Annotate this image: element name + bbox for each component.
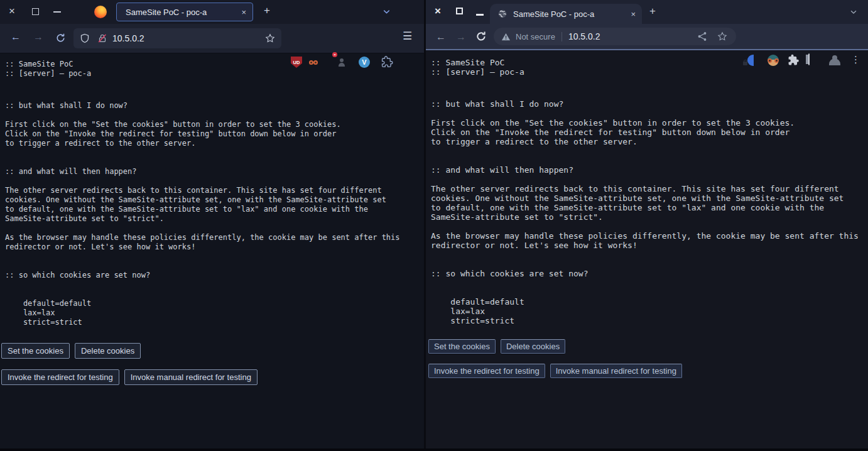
invoke-manual-redirect-button[interactable]: Invoke manual redirect for testing — [550, 364, 682, 378]
minimize-window-icon[interactable] — [53, 11, 61, 13]
cookie-list: default=default lax=lax strict=strict — [431, 297, 863, 325]
bookmark-star-icon[interactable] — [265, 33, 275, 43]
set-cookies-button[interactable]: Set the cookies — [428, 339, 496, 354]
chrome-titlebar: × SameSite PoC - poc-a × + — [426, 0, 868, 24]
tracking-protection-shield-icon[interactable] — [80, 33, 90, 43]
not-secure-warning-icon[interactable] — [501, 32, 511, 41]
share-icon[interactable] — [697, 31, 707, 41]
tab-close-icon[interactable]: × — [241, 8, 246, 17]
maximize-window-icon[interactable] — [456, 8, 463, 14]
page-content: :: SameSite PoC :: [server] – poc-a :: b… — [426, 50, 868, 448]
paragraph: The other server redirects back to this … — [5, 186, 419, 224]
page-content: :: SameSite PoC :: [server] – poc-a :: b… — [0, 54, 424, 448]
firefox-window: × SameSite PoC - poc-a × + ← → 10.5.0.2 — [0, 0, 426, 448]
tab-samesite-poc[interactable]: SameSite PoC - poc-a × — [116, 3, 253, 21]
tab-close-icon[interactable]: × — [631, 9, 636, 19]
address-bar[interactable]: 10.5.0.2 — [73, 28, 281, 48]
firefox-logo-icon — [94, 6, 107, 18]
paragraph: First click on the "Set the cookies" but… — [431, 118, 863, 146]
paragraph: As the browser may handle these policies… — [431, 231, 863, 250]
paragraph: First click on the "Set the cookies" but… — [5, 120, 419, 148]
cookie-list: default=default lax=lax strict=strict — [5, 299, 419, 327]
delete-cookies-button[interactable]: Delete cookies — [501, 339, 565, 354]
set-cookies-button[interactable]: Set the cookies — [1, 343, 70, 359]
divider — [561, 32, 562, 41]
url-text: 10.5.0.2 — [112, 33, 144, 43]
invoke-redirect-button[interactable]: Invoke the redirect for testing — [428, 364, 545, 378]
section-heading: :: so which cookies are set now? — [5, 271, 419, 280]
back-icon[interactable]: ← — [436, 31, 446, 43]
firefox-titlebar: × SameSite PoC - poc-a × + — [0, 0, 424, 24]
section-heading: :: so which cookies are set now? — [431, 269, 863, 278]
reload-icon[interactable] — [475, 31, 487, 42]
address-bar[interactable]: Not secure 10.5.0.2 — [494, 28, 736, 45]
minimize-window-icon[interactable] — [476, 14, 484, 16]
url-text: 10.5.0.2 — [568, 31, 600, 41]
bookmark-star-icon[interactable] — [717, 31, 727, 41]
page-header-text: :: SameSite PoC :: [server] – poc-a — [431, 58, 863, 77]
section-heading: :: but what shall I do now? — [5, 101, 419, 111]
forward-icon[interactable]: → — [456, 31, 466, 43]
close-window-icon[interactable]: × — [9, 5, 15, 18]
invoke-redirect-button[interactable]: Invoke the redirect for testing — [1, 369, 119, 385]
new-tab-button[interactable]: + — [264, 4, 270, 17]
tab-search-chevron-icon[interactable] — [849, 8, 858, 16]
page-header-text: :: SameSite PoC :: [server] – poc-a — [5, 60, 419, 79]
tab-samesite-poc[interactable]: SameSite PoC - poc-a × — [490, 4, 642, 24]
list-all-tabs-icon[interactable] — [382, 7, 391, 16]
firefox-toolbar: ← → 10.5.0.2 UD V ☰ — [0, 24, 424, 53]
insecure-lock-icon[interactable] — [97, 33, 107, 43]
invoke-manual-redirect-button[interactable]: Invoke manual redirect for testing — [124, 369, 258, 385]
back-icon[interactable]: ← — [11, 31, 21, 43]
paragraph: As the browser may handle these policies… — [5, 233, 419, 252]
tab-title: SameSite PoC - poc-a — [513, 9, 626, 19]
security-label: Not secure — [516, 32, 555, 41]
globe-favicon-icon — [497, 9, 507, 19]
section-heading: :: but what shall I do now? — [431, 99, 863, 109]
menu-icon[interactable]: ☰ — [403, 30, 412, 43]
chrome-toolbar: ← → Not secure 10.5.0.2 ⋮ — [426, 24, 868, 50]
forward-icon[interactable]: → — [33, 31, 43, 43]
tab-title: SameSite PoC - poc-a — [126, 8, 236, 17]
new-tab-button[interactable]: + — [649, 5, 656, 18]
section-heading: :: and what will then happen? — [5, 167, 419, 177]
close-window-icon[interactable]: × — [435, 5, 441, 18]
chrome-window: × SameSite PoC - poc-a × + ← → Not secur… — [426, 0, 868, 448]
section-heading: :: and what will then happen? — [431, 165, 863, 175]
maximize-window-icon[interactable] — [32, 8, 39, 15]
paragraph: The other server redirects back to this … — [431, 184, 863, 222]
reload-icon[interactable] — [55, 33, 66, 43]
delete-cookies-button[interactable]: Delete cookies — [75, 343, 141, 359]
